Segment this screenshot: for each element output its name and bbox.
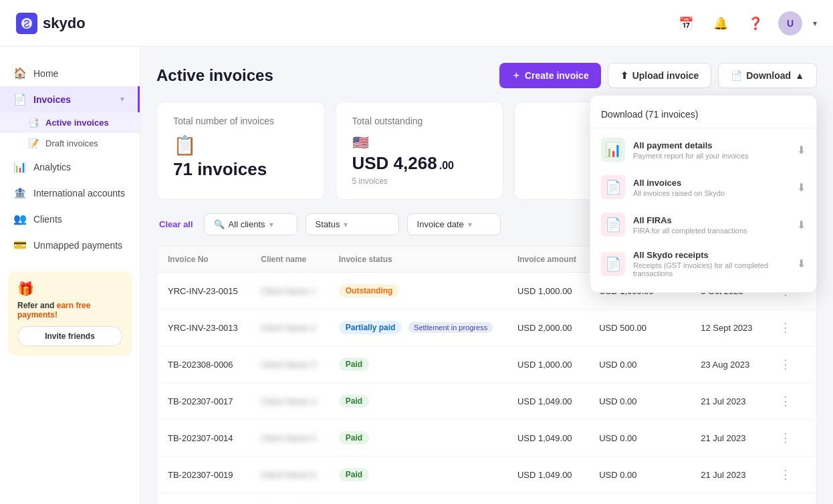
status-badge-3: Paid [339, 394, 369, 408]
sidebar-item-invoices[interactable]: 📄 Invoices ▾ [0, 86, 140, 112]
download-item-firas[interactable]: 📄 All FIRAs FIRA for all completed trans… [590, 206, 816, 243]
account-chevron-icon[interactable]: ▾ [813, 19, 817, 28]
col-invoice-amount: Invoice amount [507, 247, 588, 273]
dl-receipts-title: All Skydo receipts [633, 250, 789, 260]
analytics-icon: 📊 [13, 160, 27, 173]
row-action-button-4[interactable]: ⋮ [776, 429, 796, 447]
cell-actions-6: ⋮ [765, 493, 816, 505]
cell-due-date-2: 23 Aug 2023 [690, 346, 764, 383]
cell-invoice-no-2: TB-202308-0006 [157, 346, 250, 383]
outstanding-sub: 5 invoices [352, 176, 487, 186]
avatar[interactable]: U [778, 11, 802, 35]
cell-status-2: Paid [328, 346, 507, 383]
dl-download-icon-3: ⬇ [797, 257, 806, 270]
cell-due-date-3: 21 Jul 2023 [690, 383, 764, 420]
cell-actions-4: ⋮ [765, 420, 816, 457]
table-row: TB-202307-0014 Client Name 5 Paid USD 1,… [157, 420, 816, 457]
cell-invoice-no-3: TB-202307-0017 [157, 383, 250, 420]
sidebar-item-draft-invoices[interactable]: 📝 Draft invoices [0, 133, 140, 154]
search-icon: 🔍 [214, 219, 225, 229]
cell-outstanding-amount-2: USD 0.00 [588, 346, 690, 383]
date-filter-select[interactable]: Invoice date ▾ [407, 213, 501, 235]
create-invoice-button[interactable]: ＋ Create invoice [499, 63, 601, 88]
excel-icon: 📊 [601, 138, 625, 162]
status-badge-5: Paid [339, 468, 369, 481]
download-item-firas-content: All FIRAs FIRA for all completed transac… [633, 215, 789, 235]
client-filter-select[interactable]: 🔍 All clients ▾ [204, 213, 298, 235]
sidebar-item-invoices-label: Invoices [33, 94, 71, 105]
status-badge-0: Outstanding [339, 284, 400, 297]
row-action-button-1[interactable]: ⋮ [776, 319, 796, 336]
sidebar-item-home-label: Home [33, 68, 58, 79]
sidebar-item-unmapped-label: Unmapped payments [33, 240, 122, 251]
upload-icon: ⬆ [620, 70, 628, 81]
dl-download-icon-0: ⬇ [797, 144, 806, 156]
clear-all-button[interactable]: Clear all [156, 214, 196, 235]
notifications-icon-btn[interactable]: 🔔 [709, 11, 733, 35]
table-row: TB-202307-0017 Client Name 4 Paid USD 1,… [157, 383, 816, 420]
cell-outstanding-amount-4: USD 0.00 [588, 420, 690, 457]
cell-due-date-1: 12 Sept 2023 [690, 309, 764, 346]
sidebar-item-active-invoices[interactable]: 📑 Active invoices [0, 112, 140, 133]
download-item-receipts[interactable]: 📄 All Skydo receipts Receipts (GST invoi… [590, 243, 816, 284]
cell-status-4: Paid [328, 420, 507, 457]
cell-outstanding-amount-5: USD 0.00 [588, 457, 690, 493]
download-chevron-icon: ▲ [795, 70, 804, 81]
help-icon-btn[interactable]: ❓ [743, 11, 767, 35]
sidebar-item-clients[interactable]: 👥 Clients [0, 206, 140, 232]
sidebar-nav: 🏠 Home 📄 Invoices ▾ 📑 Active invoices 📝 … [0, 57, 140, 261]
cell-actions-5: ⋮ [765, 457, 816, 493]
row-action-button-5[interactable]: ⋮ [776, 466, 796, 483]
cell-invoice-amount-4: USD 1,049.00 [507, 420, 588, 457]
settlement-badge: Settlement in progress [408, 322, 493, 333]
outstanding-amount-value: USD 4,268 [352, 153, 437, 174]
cell-invoice-amount-5: USD 1,049.00 [507, 457, 588, 493]
invoice-count-value: 71 invoices [173, 159, 308, 180]
upload-invoice-button[interactable]: ⬆ Upload invoice [608, 63, 712, 88]
cell-invoice-no-1: YRC-INV-23-0013 [157, 309, 250, 346]
cell-due-date-6: 21 Jul 2023 [690, 493, 764, 505]
table-row: TB-202307-0019 Client Name 6 Paid USD 1,… [157, 457, 816, 493]
clients-icon: 👥 [13, 213, 27, 225]
cell-client-name-4: Client Name 5 [250, 420, 328, 457]
invite-friends-button[interactable]: Invite friends [17, 326, 122, 346]
cell-outstanding-amount-1: USD 500.00 [588, 309, 690, 346]
dropdown-header: Download (71 invoices) [590, 104, 816, 128]
topbar-right: 📅 🔔 ❓ U ▾ [674, 11, 817, 35]
status-badge-1: Partially paid [339, 321, 402, 334]
sidebar-item-international[interactable]: 🏦 International accounts [0, 180, 140, 206]
dl-invoices-sub: All invoices raised on Skydo [633, 189, 789, 197]
cell-actions-3: ⋮ [765, 383, 816, 420]
row-action-button-2[interactable]: ⋮ [776, 356, 796, 373]
dl-firas-sub: FIRA for all completed transactions [633, 227, 789, 235]
calendar-icon-btn[interactable]: 📅 [674, 11, 698, 35]
main-content: Active invoices ＋ Create invoice ⬆ Uploa… [140, 47, 833, 504]
sidebar-item-home[interactable]: 🏠 Home [0, 60, 140, 86]
download-item-all-invoices[interactable]: 📄 All invoices All invoices raised on Sk… [590, 168, 816, 206]
sidebar: 🏠 Home 📄 Invoices ▾ 📑 Active invoices 📝 … [0, 47, 140, 504]
international-icon: 🏦 [13, 186, 27, 199]
cell-actions-2: ⋮ [765, 346, 816, 383]
status-filter-select[interactable]: Status ▾ [306, 213, 399, 235]
dl-download-icon-2: ⬇ [797, 219, 806, 231]
cell-invoice-amount-1: USD 2,000.00 [507, 309, 588, 346]
sidebar-item-unmapped[interactable]: 💳 Unmapped payments [0, 232, 140, 258]
total-invoices-label: Total number of invoices [173, 116, 308, 126]
client-filter-label: All clients [229, 219, 265, 229]
sidebar-item-analytics[interactable]: 📊 Analytics [0, 154, 140, 180]
total-outstanding-label: Total outstanding [352, 116, 487, 126]
row-action-button-3[interactable]: ⋮ [776, 392, 796, 410]
outstanding-amount-cents: .00 [439, 160, 454, 172]
unmapped-icon: 💳 [13, 239, 27, 251]
pdf-icon-2: 📄 [601, 213, 625, 237]
cell-status-5: Paid [328, 457, 507, 493]
cell-status-0: Outstanding [328, 273, 507, 309]
download-button[interactable]: 📄 Download ▲ [718, 63, 817, 88]
invoices-chevron-icon: ▾ [120, 95, 124, 104]
gift-icon: 🎁 [17, 281, 122, 297]
download-dropdown: Download (71 invoices) 📊 All payment det… [590, 95, 817, 293]
sidebar-item-draft-invoices-label: Draft invoices [45, 138, 98, 148]
cell-due-date-5: 21 Jul 2023 [690, 457, 764, 493]
download-item-invoices-content: All invoices All invoices raised on Skyd… [633, 178, 789, 197]
download-item-payment-details[interactable]: 📊 All payment details Payment report for… [590, 131, 816, 168]
